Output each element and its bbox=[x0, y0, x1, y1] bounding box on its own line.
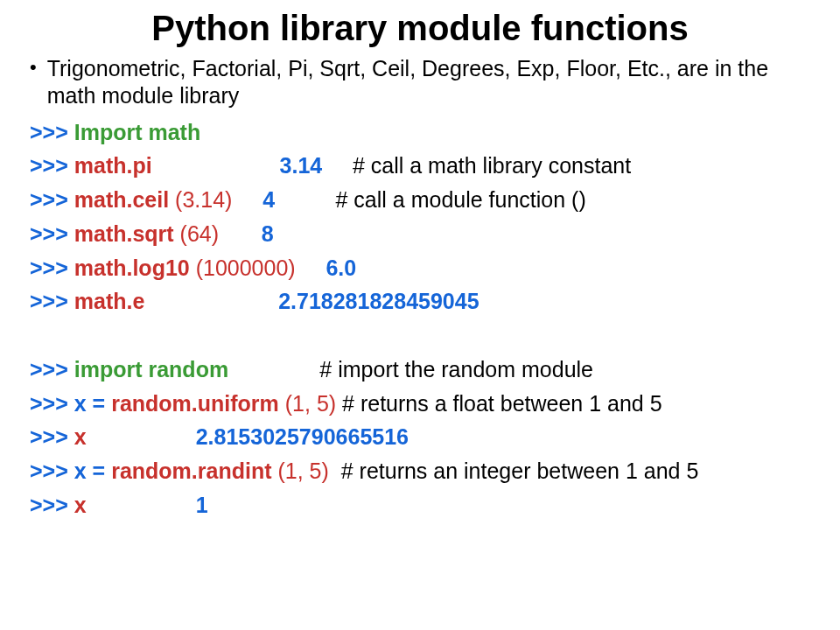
prompt: >>> bbox=[30, 424, 74, 449]
code-result: 3.14 bbox=[280, 153, 323, 178]
pad bbox=[87, 424, 196, 449]
pad bbox=[219, 221, 262, 246]
code-comment: # returns an integer between 1 and 5 bbox=[341, 458, 699, 483]
code-var: x bbox=[74, 493, 87, 517]
pad bbox=[144, 289, 278, 313]
code-assign: x = bbox=[74, 391, 111, 416]
prompt: >>> bbox=[30, 391, 74, 416]
code-call: math.ceil bbox=[74, 187, 169, 212]
bullet-item: • Trigonometric, Factorial, Pi, Sqrt, Ce… bbox=[26, 55, 814, 110]
code-var: x bbox=[74, 424, 87, 449]
prompt: >>> bbox=[30, 153, 74, 178]
code-line-math-sqrt: >>> math.sqrt (64) 8 bbox=[30, 217, 814, 251]
code-result: 2.8153025790665516 bbox=[196, 424, 409, 449]
prompt: >>> bbox=[30, 493, 74, 517]
code-args: (3.14) bbox=[169, 187, 232, 212]
code-args: (1, 5) bbox=[272, 458, 329, 483]
code-line-math-ceil: >>> math.ceil (3.14) 4 # call a module f… bbox=[30, 183, 814, 217]
pad bbox=[87, 493, 196, 517]
code-call: random.randint bbox=[111, 458, 271, 483]
prompt: >>> bbox=[30, 221, 74, 246]
code-line-x-int: >>> x 1 bbox=[30, 488, 814, 522]
code-result: 6.0 bbox=[326, 256, 356, 280]
pad bbox=[296, 256, 326, 280]
code-line-import-random: >>> import random # import the random mo… bbox=[30, 353, 814, 387]
slide-title: Python library module functions bbox=[26, 9, 814, 48]
code-call: math.sqrt bbox=[74, 221, 174, 246]
code-line-math-log10: >>> math.log10 (1000000) 6.0 bbox=[30, 251, 814, 285]
code-call: random.uniform bbox=[111, 391, 279, 416]
code-result: 4 bbox=[262, 187, 275, 212]
code-keyword: Import math bbox=[74, 120, 200, 144]
prompt: >>> bbox=[30, 357, 74, 382]
code-result: 2.718281828459045 bbox=[278, 289, 479, 313]
pad bbox=[228, 357, 319, 382]
pad bbox=[329, 458, 341, 483]
pad bbox=[152, 153, 280, 178]
bullet-text: Trigonometric, Factorial, Pi, Sqrt, Ceil… bbox=[47, 55, 814, 110]
code-keyword: import random bbox=[74, 357, 228, 382]
code-args: (1000000) bbox=[190, 256, 296, 280]
code-comment: # import the random module bbox=[319, 357, 593, 382]
code-comment: # call a math library constant bbox=[353, 153, 631, 178]
bullet-dot-icon: • bbox=[30, 55, 37, 80]
prompt: >>> bbox=[30, 289, 74, 313]
prompt: >>> bbox=[30, 187, 74, 212]
code-assign: x = bbox=[74, 458, 111, 483]
code-line-random-randint: >>> x = random.randint (1, 5) # returns … bbox=[30, 454, 814, 488]
code-call: math.e bbox=[74, 289, 145, 313]
code-call: math.pi bbox=[74, 153, 152, 178]
code-result: 8 bbox=[262, 221, 274, 246]
code-line-blank bbox=[30, 318, 814, 353]
code-args: (1, 5) bbox=[279, 391, 342, 416]
code-args: (64) bbox=[174, 221, 219, 246]
code-line-math-pi: >>> math.pi 3.14 # call a math library c… bbox=[30, 149, 814, 183]
pad bbox=[275, 187, 335, 212]
prompt: >>> bbox=[30, 256, 74, 280]
pad bbox=[322, 153, 353, 178]
code-line-random-uniform: >>> x = random.uniform (1, 5) # returns … bbox=[30, 387, 814, 421]
code-result: 1 bbox=[196, 493, 208, 517]
code-call: math.log10 bbox=[74, 256, 190, 280]
pad bbox=[232, 187, 262, 212]
prompt: >>> bbox=[30, 458, 74, 483]
code-line-math-e: >>> math.e 2.718281828459045 bbox=[30, 284, 814, 318]
code-line-import-math: >>> Import math bbox=[30, 116, 814, 150]
prompt: >>> bbox=[30, 120, 74, 144]
code-comment: # returns a float between 1 and 5 bbox=[342, 391, 662, 416]
code-line-x-float: >>> x 2.8153025790665516 bbox=[30, 420, 814, 454]
code-block: >>> Import math >>> math.pi 3.14 # call … bbox=[26, 116, 814, 522]
code-comment: # call a module function () bbox=[336, 187, 586, 212]
